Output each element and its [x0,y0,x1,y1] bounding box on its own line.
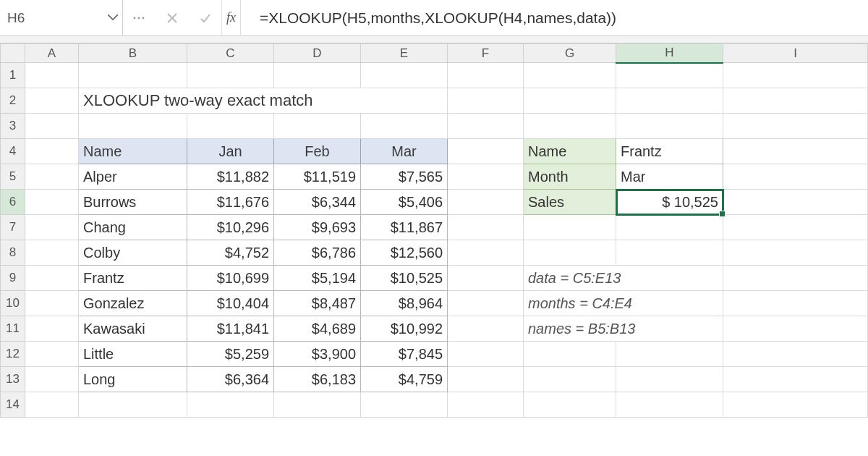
table-row[interactable]: $10,525 [361,266,448,291]
cell-A1[interactable] [25,63,79,88]
table-row[interactable]: $11,841 [187,316,274,342]
table-row[interactable]: $6,364 [187,367,274,392]
table-row[interactable]: $8,487 [274,291,361,316]
row-header-13[interactable]: 13 [1,367,25,392]
table-row[interactable]: $11,882 [187,164,274,190]
cell-I9[interactable] [723,266,868,291]
table-row[interactable]: $6,344 [274,190,361,215]
table-row[interactable]: $11,676 [187,190,274,215]
cell-H14[interactable] [616,392,723,418]
table-row[interactable]: $8,964 [361,291,448,316]
note-months[interactable]: months = C4:E4 [524,291,723,316]
row-header-9[interactable]: 9 [1,266,25,291]
lookup-month-value[interactable]: Mar [616,164,723,190]
name-box-container[interactable]: H6 [0,0,123,35]
table-row[interactable]: Long [79,367,187,392]
row-header-4[interactable]: 4 [1,139,25,164]
cell-I11[interactable] [723,316,868,342]
lookup-name-label[interactable]: Name [524,139,616,164]
cell-F9[interactable] [448,266,524,291]
table-row[interactable]: $5,406 [361,190,448,215]
cell-F12[interactable] [448,342,524,367]
note-data[interactable]: data = C5:E13 [524,266,723,291]
cell-E3[interactable] [361,114,448,139]
table-row[interactable]: Kawasaki [79,316,187,342]
cell-G13[interactable] [524,367,616,392]
cell-H12[interactable] [616,342,723,367]
table-row[interactable]: Burrows [79,190,187,215]
cell-H8[interactable] [616,240,723,266]
note-names[interactable]: names = B5:B13 [524,316,723,342]
table-row[interactable]: $10,296 [187,215,274,240]
table-row[interactable]: $6,786 [274,240,361,266]
cell-C1[interactable] [187,63,274,88]
cell-G2[interactable] [524,88,616,114]
cell-D1[interactable] [274,63,361,88]
cell-I12[interactable] [723,342,868,367]
row-header-14[interactable]: 14 [1,392,25,418]
table-row[interactable]: $7,565 [361,164,448,190]
cell-G3[interactable] [524,114,616,139]
cell-F2[interactable] [448,88,524,114]
table-row[interactable]: $3,900 [274,342,361,367]
lookup-name-value[interactable]: Frantz [616,139,723,164]
cell-H3[interactable] [616,114,723,139]
table-row[interactable]: $5,259 [187,342,274,367]
cell-A12[interactable] [25,342,79,367]
row-header-7[interactable]: 7 [1,215,25,240]
lookup-sales-label[interactable]: Sales [524,190,616,215]
table-row[interactable]: $10,992 [361,316,448,342]
cell-G1[interactable] [524,63,616,88]
cell-I5[interactable] [723,164,868,190]
cell-D14[interactable] [274,392,361,418]
row-header-2[interactable]: 2 [1,88,25,114]
cell-I14[interactable] [723,392,868,418]
table-row[interactable]: $10,404 [187,291,274,316]
table-row[interactable]: Frantz [79,266,187,291]
table-header-mar[interactable]: Mar [361,139,448,164]
cell-C14[interactable] [187,392,274,418]
cell-H7[interactable] [616,215,723,240]
cell-I3[interactable] [723,114,868,139]
table-row[interactable]: $5,194 [274,266,361,291]
cell-E14[interactable] [361,392,448,418]
table-row[interactable]: Gonzalez [79,291,187,316]
table-row[interactable]: $4,759 [361,367,448,392]
col-header-C[interactable]: C [187,44,274,63]
cell-H2[interactable] [616,88,723,114]
column-headers[interactable]: A B C D E F G H I [1,44,868,63]
cell-I2[interactable] [723,88,868,114]
cell-A14[interactable] [25,392,79,418]
col-header-G[interactable]: G [524,44,616,63]
cell-G14[interactable] [524,392,616,418]
cell-C3[interactable] [187,114,274,139]
cell-A3[interactable] [25,114,79,139]
cell-B14[interactable] [79,392,187,418]
page-title[interactable]: XLOOKUP two-way exact match [79,88,448,114]
cell-F13[interactable] [448,367,524,392]
row-header-5[interactable]: 5 [1,164,25,190]
table-row[interactable]: $7,845 [361,342,448,367]
cell-I1[interactable] [723,63,868,88]
row-header-1[interactable]: 1 [1,63,25,88]
cell-I10[interactable] [723,291,868,316]
row-header-6[interactable]: 6 [1,190,25,215]
cell-A2[interactable] [25,88,79,114]
more-icon[interactable] [129,8,149,28]
table-row[interactable]: $11,519 [274,164,361,190]
table-header-name[interactable]: Name [79,139,187,164]
row-header-11[interactable]: 11 [1,316,25,342]
cell-F10[interactable] [448,291,524,316]
cell-B3[interactable] [79,114,187,139]
spreadsheet-grid[interactable]: A B C D E F G H I 1 2 XLOOKUP two-way ex… [0,43,868,418]
cell-F3[interactable] [448,114,524,139]
table-row[interactable]: $4,689 [274,316,361,342]
lookup-sales-value[interactable]: $ 10,525 [616,190,723,215]
cell-F7[interactable] [448,215,524,240]
row-header-8[interactable]: 8 [1,240,25,266]
confirm-check-icon[interactable] [195,8,216,28]
select-all-corner[interactable] [1,44,25,63]
cell-F8[interactable] [448,240,524,266]
name-box[interactable]: H6 [7,10,108,26]
table-row[interactable]: $4,752 [187,240,274,266]
